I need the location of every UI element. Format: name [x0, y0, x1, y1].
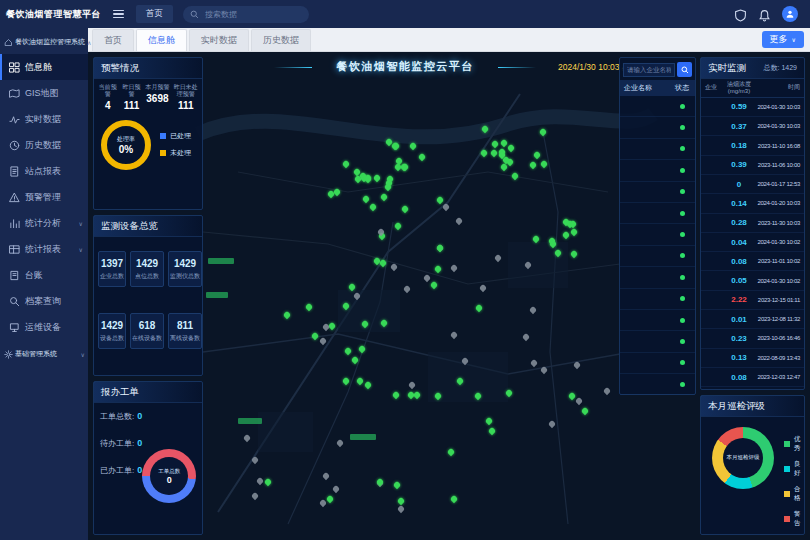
map-pin-online[interactable] [341, 377, 349, 385]
map-pin-offline[interactable] [461, 357, 469, 365]
sidebar-section-base-system[interactable]: 基础管理系统 ∨ [0, 340, 88, 366]
map-pin-online[interactable] [394, 222, 402, 230]
realtime-row[interactable]: 0.012023-12-08 11:32 [701, 310, 804, 329]
map-pin-offline[interactable] [353, 292, 361, 300]
map-pin-online[interactable] [561, 230, 569, 238]
tab-实时数据[interactable]: 实时数据 [189, 29, 249, 51]
realtime-row[interactable]: 0.232023-10-06 16:46 [701, 329, 804, 348]
map-pin-offline[interactable] [522, 332, 530, 340]
map-pin-online[interactable] [362, 195, 370, 203]
map-pin-offline[interactable] [256, 476, 264, 484]
map-pin-online[interactable] [326, 494, 334, 502]
map-pin-online[interactable] [430, 280, 438, 288]
user-avatar[interactable] [782, 6, 798, 22]
map-pin-online[interactable] [480, 125, 488, 133]
map-pin-offline[interactable] [423, 274, 431, 282]
map-pin-online[interactable] [350, 356, 358, 364]
company-search-input[interactable] [623, 63, 675, 77]
map-pin-online[interactable] [434, 391, 442, 399]
map-pin-online[interactable] [380, 319, 388, 327]
realtime-row[interactable]: 0.142024-01-20 10:03 [701, 194, 804, 213]
map-pin-online[interactable] [480, 149, 488, 157]
map-pin-online[interactable] [529, 160, 537, 168]
map-pin-offline[interactable] [530, 359, 538, 367]
map-pin-online[interactable] [364, 381, 372, 389]
map-pin-online[interactable] [264, 478, 272, 486]
map-pin-offline[interactable] [528, 306, 536, 314]
map-pin-online[interactable] [554, 249, 562, 257]
map-pin-online[interactable] [511, 172, 519, 180]
map-pin-offline[interactable] [322, 472, 330, 480]
sidebar-item-realtime[interactable]: 实时数据 [0, 106, 88, 132]
map-pin-online[interactable] [342, 302, 350, 310]
company-search-button[interactable] [677, 62, 692, 77]
map-pin-offline[interactable] [575, 397, 583, 405]
map-pin-online[interactable] [418, 153, 426, 161]
map-pin-online[interactable] [393, 481, 401, 489]
realtime-row[interactable]: 0.392023-11-06 10:00 [701, 156, 804, 175]
sidebar-item-warning[interactable]: 预警管理 [0, 184, 88, 210]
map-pin-online[interactable] [311, 332, 319, 340]
map-pin-online[interactable] [368, 202, 376, 210]
map-pin-online[interactable] [450, 494, 458, 502]
map-pin-online[interactable] [282, 310, 290, 318]
company-row[interactable] [620, 117, 695, 138]
map-pin-online[interactable] [361, 320, 369, 328]
map-pin-offline[interactable] [603, 387, 611, 395]
map-pin-online[interactable] [539, 128, 547, 136]
sidebar-item-ledger[interactable]: 台账 [0, 262, 88, 288]
company-row[interactable] [620, 374, 695, 395]
map-pin-offline[interactable] [403, 285, 411, 293]
map-pin-offline[interactable] [331, 485, 339, 493]
tab-信息舱[interactable]: 信息舱 [136, 29, 187, 51]
company-row[interactable] [620, 353, 695, 374]
map-pin-online[interactable] [401, 205, 409, 213]
realtime-row[interactable]: 0.132022-08-09 13:43 [701, 349, 804, 368]
map-pin-offline[interactable] [450, 263, 458, 271]
map-pin-online[interactable] [409, 142, 417, 150]
map-pin-offline[interactable] [442, 203, 450, 211]
realtime-row[interactable]: 0.052024-01-30 10:02 [701, 271, 804, 290]
sidebar-item-report[interactable]: 站点报表 [0, 158, 88, 184]
map-pin-online[interactable] [406, 391, 414, 399]
map-pin-online[interactable] [533, 151, 541, 159]
more-button[interactable]: 更多 ∨ [762, 31, 804, 48]
map-pin-online[interactable] [490, 149, 498, 157]
sidebar-item-analysis[interactable]: 统计分析∨ [0, 210, 88, 236]
realtime-row[interactable]: 02024-01-17 12:53 [701, 175, 804, 194]
company-row[interactable] [620, 160, 695, 181]
map-pin-online[interactable] [540, 160, 548, 168]
map-pin-online[interactable] [373, 174, 381, 182]
map-pin-online[interactable] [570, 250, 578, 258]
map-pin-offline[interactable] [335, 439, 343, 447]
company-row[interactable] [620, 96, 695, 117]
realtime-row[interactable]: 0.042024-01-30 10:02 [701, 233, 804, 252]
hamburger-menu-icon[interactable] [113, 10, 124, 19]
map-pin-online[interactable] [348, 283, 356, 291]
realtime-row[interactable]: 2.222023-12-15 01:11 [701, 291, 804, 310]
map-pin-online[interactable] [356, 377, 364, 385]
map-pin-online[interactable] [488, 426, 496, 434]
map-pin-offline[interactable] [479, 284, 487, 292]
map-pin-offline[interactable] [390, 262, 398, 270]
realtime-row[interactable]: 0.372024-01-30 10:03 [701, 117, 804, 136]
map-pin-offline[interactable] [251, 456, 259, 464]
map-pin-offline[interactable] [493, 254, 501, 262]
sidebar-item-search[interactable]: 档案查询 [0, 288, 88, 314]
company-row[interactable] [620, 139, 695, 160]
map-pin-online[interactable] [456, 376, 464, 384]
realtime-row[interactable]: 0.082023-12-03 12:47 [701, 368, 804, 387]
shield-icon[interactable] [734, 8, 747, 21]
tab-首页[interactable]: 首页 [92, 29, 134, 51]
map-pin-online[interactable] [505, 388, 513, 396]
realtime-row[interactable]: 0.282023-11-30 10:03 [701, 214, 804, 233]
search-input[interactable] [203, 9, 302, 20]
sidebar-item-device[interactable]: 运维设备 [0, 314, 88, 340]
map-pin-online[interactable] [343, 347, 351, 355]
company-row[interactable] [620, 246, 695, 267]
map-pin-offline[interactable] [243, 434, 251, 442]
map-pin-online[interactable] [485, 417, 493, 425]
map-pin-online[interactable] [491, 139, 499, 147]
map-pin-online[interactable] [342, 160, 350, 168]
map-pin-online[interactable] [549, 239, 557, 247]
